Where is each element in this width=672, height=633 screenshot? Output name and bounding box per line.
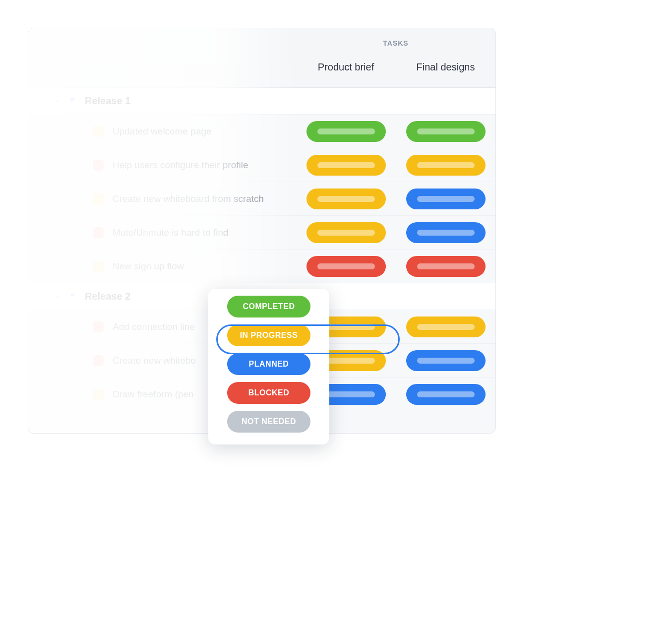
task-row[interactable]: Help users configure their profile [28,148,495,182]
status-pill-in-progress[interactable] [306,155,386,176]
priority-chip [93,227,104,238]
task-title: Add connection line [113,321,195,332]
priority-chip [93,389,104,400]
flag-icon [69,97,77,105]
status-pill-planned[interactable] [406,222,486,243]
status-pill-in-progress[interactable] [306,189,386,209]
task-title: Updated welcome page [113,126,212,137]
status-option-in-progress[interactable]: IN PROGRESS [227,324,311,346]
status-option-planned[interactable]: PLANNED [227,353,310,375]
status-option-not-needed[interactable]: NOT NEEDED [227,411,310,433]
chevron-down-icon [54,293,61,300]
task-title: Mute/Unmute is hard to find [113,227,228,238]
priority-chip [93,126,104,137]
task-title: New sign up flow [113,261,184,272]
status-option-blocked[interactable]: BLOCKED [227,382,310,404]
task-title: Draw freeform (pen [113,389,194,400]
status-pill-blocked[interactable] [406,256,486,277]
group-title: Release 1 [85,95,130,107]
priority-chip [93,355,104,366]
status-pill-planned[interactable] [406,189,486,209]
chevron-down-icon [54,98,61,105]
status-pill-planned[interactable] [406,350,486,371]
column-header-product-brief[interactable]: Product brief [296,47,396,87]
task-title: Create new whiteboard from scratch [113,193,264,204]
status-pill-completed[interactable] [306,121,386,142]
task-title: Help users configure their profile [113,160,248,171]
status-pill-in-progress[interactable] [306,222,386,243]
status-pill-completed[interactable] [406,121,486,142]
status-pill-in-progress[interactable] [406,316,486,337]
group-header-release-1[interactable]: Release 1 [28,88,495,115]
task-title: Create new whitebo [113,355,196,366]
board-header: TASKS Product brief Final designs [28,28,495,88]
task-row[interactable]: New sign up flow [28,250,495,283]
task-row[interactable]: Updated welcome page [28,115,495,148]
group-title: Release 2 [85,291,130,302]
priority-chip [93,160,104,171]
task-row[interactable]: Mute/Unmute is hard to find [28,216,495,250]
status-dropdown[interactable]: COMPLETED IN PROGRESS PLANNED BLOCKED NO… [208,289,329,444]
priority-chip [93,261,104,272]
header-spacer [28,28,296,87]
column-header-final-designs[interactable]: Final designs [396,47,495,87]
tasks-section-label: TASKS [296,28,495,47]
priority-chip [93,321,104,332]
task-row[interactable]: Create new whiteboard from scratch [28,182,495,216]
header-columns: TASKS Product brief Final designs [296,28,495,87]
status-pill-in-progress[interactable] [406,155,486,176]
status-pill-planned[interactable] [406,384,486,405]
status-pill-blocked[interactable] [306,256,386,277]
flag-icon [69,293,77,301]
priority-chip [93,193,104,204]
status-option-completed[interactable]: COMPLETED [227,296,310,317]
